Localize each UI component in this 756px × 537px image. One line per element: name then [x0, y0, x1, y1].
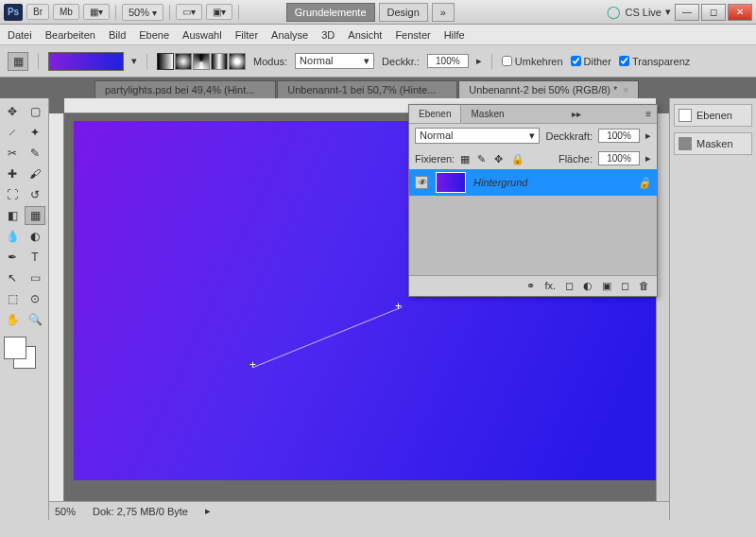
opacity-input[interactable]: 100%	[427, 54, 469, 68]
doc-tab-3[interactable]: Unbenannt-2 bei 50% (RGB/8) *×	[458, 80, 639, 98]
blend-mode-select[interactable]: Normal ▾	[295, 53, 374, 69]
menu-3d[interactable]: 3D	[321, 29, 335, 41]
opacity-flyout-icon[interactable]: ▸	[645, 130, 651, 142]
group-icon[interactable]: ▣	[602, 280, 611, 292]
lock-pixels-icon[interactable]: ✎	[477, 153, 489, 165]
link-layers-icon[interactable]: ⚭	[526, 280, 535, 292]
lock-position-icon[interactable]: ✥	[494, 153, 506, 165]
fill-flyout-icon[interactable]: ▸	[645, 152, 651, 165]
close-button[interactable]: ✕	[728, 4, 752, 21]
linear-gradient-button[interactable]	[157, 53, 174, 70]
menu-analyse[interactable]: Analyse	[271, 29, 308, 41]
menu-fenster[interactable]: Fenster	[395, 29, 430, 41]
visibility-toggle[interactable]: 👁	[415, 176, 428, 189]
minibridge-button[interactable]: Mb	[53, 4, 79, 20]
view-extras-button[interactable]: ▦▾	[83, 4, 110, 20]
adjustment-icon[interactable]: ◐	[583, 280, 593, 292]
new-layer-icon[interactable]: ◻	[621, 280, 629, 292]
gradient-picker[interactable]	[48, 52, 124, 71]
shape-tool[interactable]: ▭	[25, 268, 45, 287]
menu-ansicht[interactable]: Ansicht	[348, 29, 382, 41]
zoom-level-dropdown[interactable]: 50% ▾	[122, 4, 163, 21]
hand-tool[interactable]: ✋	[2, 310, 23, 329]
workspace-more[interactable]: »	[432, 3, 455, 22]
layer-hintergrund[interactable]: 👁 Hintergrund 🔒	[409, 169, 657, 196]
marquee-tool[interactable]: ▢	[25, 102, 45, 121]
close-icon[interactable]: ×	[260, 85, 266, 95]
stamp-tool[interactable]: ⛶	[2, 185, 23, 204]
minimize-button[interactable]: —	[675, 4, 699, 21]
path-tool[interactable]: ↖	[2, 268, 23, 287]
menu-datei[interactable]: Datei	[8, 29, 32, 41]
diamond-gradient-button[interactable]	[229, 53, 246, 70]
angle-gradient-button[interactable]	[193, 53, 210, 70]
dither-checkbox[interactable]: Dither	[571, 56, 611, 67]
ebenen-panel-button[interactable]: Ebenen	[674, 104, 752, 127]
menu-filter[interactable]: Filter	[235, 29, 258, 41]
brush-tool[interactable]: 🖌	[25, 165, 45, 183]
transparency-checkbox[interactable]: Transparenz	[619, 56, 690, 67]
lock-transparency-icon[interactable]: ▦	[460, 153, 472, 165]
maximize-button[interactable]: ◻	[701, 4, 726, 21]
fill-opacity-input[interactable]: 100%	[598, 151, 640, 165]
status-zoom[interactable]: 50%	[55, 506, 76, 517]
gradient-tool[interactable]: ▦	[25, 206, 45, 225]
reverse-checkbox[interactable]: Umkehren	[502, 56, 563, 67]
tab-ebenen[interactable]: Ebenen	[409, 105, 461, 123]
zoom-tool[interactable]: 🔍	[25, 310, 45, 329]
menu-hilfe[interactable]: Hilfe	[444, 29, 465, 41]
lock-all-icon[interactable]: 🔒	[511, 153, 523, 165]
3d-camera-tool[interactable]: ⊙	[25, 289, 45, 308]
masken-panel-button[interactable]: Masken	[674, 132, 752, 155]
foreground-color-swatch[interactable]	[4, 337, 26, 359]
radial-gradient-button[interactable]	[175, 53, 192, 70]
status-doc-info[interactable]: Dok: 2,75 MB/0 Byte	[93, 506, 188, 517]
scrollbar-vertical[interactable]	[656, 113, 669, 501]
dodge-tool[interactable]: ◐	[25, 227, 45, 246]
fx-icon[interactable]: fx.	[544, 280, 556, 292]
panel-menu-icon[interactable]: ≡	[640, 105, 657, 123]
gradient-picker-arrow[interactable]: ▾	[131, 55, 137, 67]
pen-tool[interactable]: ✒	[2, 248, 23, 267]
type-tool[interactable]: T	[25, 248, 45, 267]
delete-layer-icon[interactable]: 🗑	[639, 280, 649, 292]
eraser-tool[interactable]: ◧	[2, 206, 23, 225]
tab-masken[interactable]: Masken	[461, 105, 513, 123]
doc-tab-1[interactable]: partylights.psd bei 49,4% (Hint...×	[94, 80, 276, 98]
mask-icon[interactable]: ◻	[565, 280, 574, 292]
menu-ebene[interactable]: Ebene	[139, 29, 169, 41]
layer-opacity-input[interactable]: 100%	[598, 129, 640, 143]
close-icon[interactable]: ×	[441, 85, 447, 95]
layer-name[interactable]: Hintergrund	[473, 177, 527, 188]
heal-tool[interactable]: ✚	[2, 165, 23, 183]
ruler-vertical[interactable]	[49, 113, 64, 501]
gradient-end-handle[interactable]: +	[395, 303, 402, 310]
workspace-design[interactable]: Design	[379, 3, 428, 22]
menu-auswahl[interactable]: Auswahl	[182, 29, 222, 41]
crop-tool[interactable]: ✂	[2, 144, 23, 163]
arrange-button[interactable]: ▭▾	[176, 4, 202, 20]
menu-bild[interactable]: Bild	[109, 29, 126, 41]
bridge-button[interactable]: Br	[26, 4, 49, 20]
3d-tool[interactable]: ⬚	[2, 289, 23, 308]
gradient-start-handle[interactable]: +	[249, 361, 256, 369]
doc-tab-2[interactable]: Unbenannt-1 bei 50,7% (Hinte...×	[277, 80, 457, 98]
menu-bearbeiten[interactable]: Bearbeiten	[45, 29, 95, 41]
lasso-tool[interactable]: ⟋	[2, 123, 23, 142]
tool-preset-picker[interactable]: ▦	[8, 52, 28, 71]
move-tool[interactable]: ✥	[2, 102, 23, 121]
layer-thumbnail[interactable]	[436, 172, 466, 193]
opacity-arrow[interactable]: ▸	[476, 55, 482, 67]
screenmode-button[interactable]: ▣▾	[206, 4, 232, 20]
cslive-button[interactable]: ◯CS Live ▾	[607, 5, 671, 19]
blur-tool[interactable]: 💧	[2, 227, 23, 246]
eyedropper-tool[interactable]: ✎	[25, 144, 45, 163]
history-brush-tool[interactable]: ↺	[25, 185, 45, 204]
color-swatches[interactable]	[2, 337, 40, 374]
wand-tool[interactable]: ✦	[25, 123, 45, 142]
status-arrow[interactable]: ▸	[205, 505, 211, 517]
workspace-grundelemente[interactable]: Grundelemente	[286, 3, 375, 22]
close-icon[interactable]: ×	[623, 85, 628, 95]
reflected-gradient-button[interactable]	[211, 53, 228, 70]
panel-collapse-icon[interactable]: ▸▸	[566, 105, 587, 123]
